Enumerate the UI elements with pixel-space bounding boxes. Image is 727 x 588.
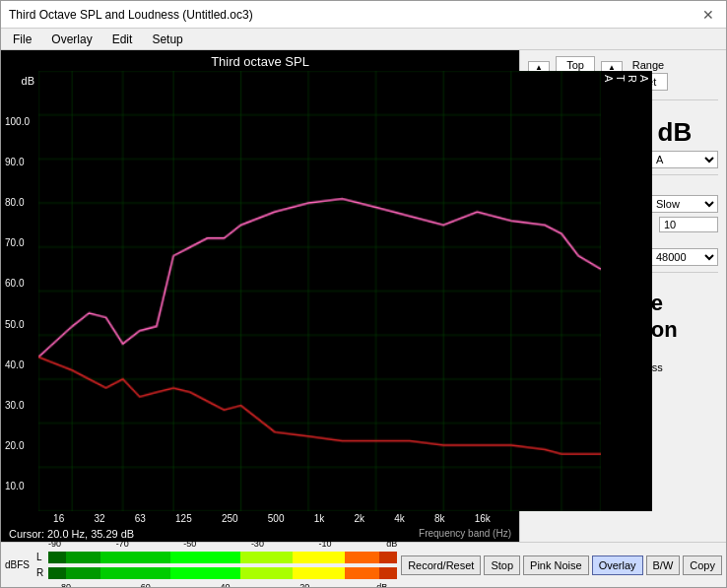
sampling-rate-select[interactable]: 44100 48000 96000 — [649, 248, 718, 266]
x-axis-labels: 16 32 63 125 250 500 1k 2k 4k 8k 16k — [38, 513, 519, 524]
user-integr-input[interactable] — [659, 217, 718, 232]
freq-weighting-select[interactable]: A B C Z — [649, 151, 718, 168]
cursor-info: Cursor: 20.0 Hz, 35.29 dB Frequency band… — [1, 526, 519, 542]
menu-bar: File Overlay Edit Setup — [1, 29, 726, 50]
record-reset-button[interactable]: Record/Reset — [401, 555, 481, 575]
menu-edit[interactable]: Edit — [108, 31, 137, 48]
overlay-button[interactable]: Overlay — [592, 555, 643, 575]
bottom-bar: dBFS -90 -70 -50 -30 -10 dB L — [1, 542, 726, 587]
copy-button[interactable]: Copy — [683, 555, 722, 575]
l-channel-label: L — [36, 552, 46, 562]
arta-watermark: ARTA — [601, 71, 652, 511]
l-meter-row: L — [36, 551, 397, 564]
close-button[interactable]: ✕ — [698, 5, 718, 25]
y-unit: dB — [5, 75, 36, 87]
cursor-text: Cursor: 20.0 Hz, 35.29 dB — [9, 528, 134, 540]
chart-plot-area[interactable]: ARTA — [38, 71, 652, 511]
title-bar: Third Octave SPL and Loudness (Untitled.… — [1, 1, 726, 29]
menu-setup[interactable]: Setup — [148, 31, 186, 48]
pink-noise-button[interactable]: Pink Noise — [523, 555, 589, 575]
r-meter-bar — [48, 567, 397, 579]
dbfs-label: dBFS — [5, 559, 33, 570]
time-select[interactable]: Slow Fast Impulse — [649, 195, 718, 213]
action-buttons: Record/Reset Stop Pink Noise Overlay B/W… — [401, 555, 722, 575]
l-meter-bar — [48, 552, 397, 563]
chart-container: dB 100.0 90.0 80.0 70.0 60.0 50.0 40.0 3… — [1, 71, 519, 511]
range-label: Range — [632, 59, 664, 71]
chart-title: Third octave SPL — [1, 50, 519, 71]
bw-button[interactable]: B/W — [646, 555, 681, 575]
menu-file[interactable]: File — [9, 31, 35, 48]
window-title: Third Octave SPL and Loudness (Untitled.… — [9, 8, 253, 22]
freq-band-label: Frequency band (Hz) — [419, 528, 511, 540]
y-axis-labels: dB 100.0 90.0 80.0 70.0 60.0 50.0 40.0 3… — [1, 71, 38, 511]
menu-overlay[interactable]: Overlay — [47, 31, 96, 48]
level-meter: -90 -70 -50 -30 -10 dB L — [36, 539, 397, 589]
r-channel-label: R — [36, 567, 46, 578]
stop-button[interactable]: Stop — [484, 555, 520, 575]
r-meter-row: R — [36, 566, 397, 580]
main-content: Third octave SPL dB 100.0 90.0 80.0 70.0… — [1, 50, 726, 542]
x-axis-area: 16 32 63 125 250 500 1k 2k 4k 8k 16k — [1, 511, 519, 526]
main-window: Third Octave SPL and Loudness (Untitled.… — [0, 0, 727, 588]
chart-area: Third octave SPL dB 100.0 90.0 80.0 70.0… — [1, 50, 519, 542]
